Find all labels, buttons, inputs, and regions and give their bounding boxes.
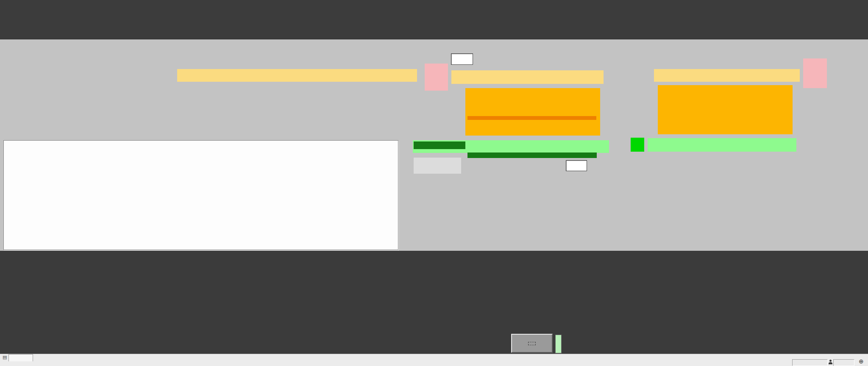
sortirni-transporter-16 [451,70,604,84]
merilna-naprava-box [803,58,827,88]
status-bar-bg [0,354,868,366]
alarm-table [3,140,398,250]
valj-box [631,138,644,152]
globe-icon: ⊕ [859,358,864,365]
zaustavljalec-18-bar [467,116,596,120]
output-tab[interactable] [8,354,33,361]
stranski-izmetac-17-2 [467,152,597,158]
bottom-panel-bg [0,251,868,354]
transporter-10 [654,69,800,82]
kontrola-kovin-box [425,64,448,91]
transporter-14 [648,138,796,152]
vklop-button[interactable] [511,334,553,353]
st-boxa-top-input[interactable] [451,53,473,65]
vrhnji-izmetac-17-3 [414,141,465,149]
precni-transporter-19 [465,88,600,136]
vklop-button-label [528,342,536,345]
box-1[interactable] [414,158,461,174]
vklop-indicator-bar [555,335,562,353]
output-icon: ▤ [3,355,7,360]
topbar-bg [0,0,868,39]
user-icon [828,360,833,364]
scada-screen: ▤ ⊕ [0,0,868,366]
user-type-box[interactable] [833,359,854,366]
precni-transporter-13 [658,85,793,134]
sortirni-transporter-20 [177,69,417,82]
memory-indicator [792,359,828,366]
st-boxa-bottom-input[interactable] [566,160,587,171]
